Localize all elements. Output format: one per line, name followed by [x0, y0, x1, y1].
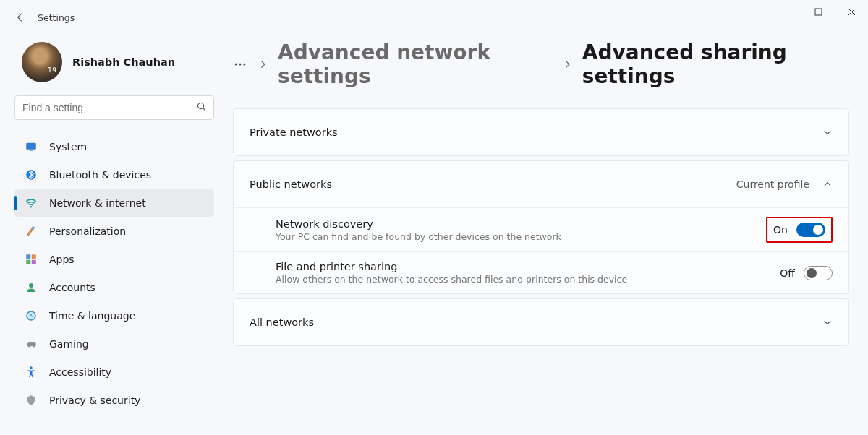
wifi-icon	[25, 197, 38, 210]
breadcrumb-overflow[interactable]	[233, 57, 247, 72]
person-icon	[25, 281, 38, 294]
expander-all-networks[interactable]: All networks	[234, 299, 848, 345]
titlebar: Settings	[0, 0, 868, 35]
sidebar-item-privacy[interactable]: Privacy & security	[14, 387, 214, 414]
sidebar-item-network[interactable]: Network & internet	[14, 189, 214, 217]
breadcrumb-level-1[interactable]: Advanced network settings	[278, 40, 552, 88]
shield-icon	[25, 394, 38, 407]
svg-rect-5	[30, 150, 33, 151]
sidebar-item-label: Network & internet	[49, 197, 146, 209]
sidebar-item-system[interactable]: System	[14, 133, 214, 160]
svg-point-18	[243, 64, 245, 66]
sidebar-item-label: Apps	[49, 254, 75, 265]
clock-icon	[25, 309, 38, 322]
expander-public-networks[interactable]: Public networks Current profile	[234, 161, 848, 207]
sidebar-item-label: Accessibility	[49, 366, 111, 378]
apps-icon	[25, 253, 38, 266]
window-controls	[768, 0, 868, 23]
chevron-up-icon	[822, 179, 833, 189]
gamepad-icon	[25, 337, 38, 350]
back-button[interactable]	[6, 3, 35, 32]
svg-point-7	[30, 206, 32, 207]
highlight-annotation: On	[766, 217, 833, 243]
current-profile-badge: Current profile	[736, 178, 809, 190]
sidebar-item-label: Time & language	[49, 310, 135, 322]
svg-rect-4	[26, 143, 36, 150]
chevron-right-icon	[258, 59, 268, 69]
avatar	[22, 42, 62, 82]
setting-desc: Allow others on the network to access sh…	[276, 274, 765, 285]
svg-point-15	[30, 366, 32, 369]
section-title: Public networks	[250, 178, 332, 190]
setting-title: Network discovery	[276, 218, 752, 230]
sidebar-item-label: Bluetooth & devices	[49, 169, 151, 181]
svg-rect-11	[26, 260, 30, 264]
breadcrumb: Advanced network settings Advanced shari…	[233, 40, 849, 88]
page-title: Advanced sharing settings	[582, 40, 849, 88]
svg-rect-12	[32, 260, 36, 264]
setting-desc: Your PC can find and be found by other d…	[276, 231, 752, 242]
bluetooth-icon	[25, 168, 38, 181]
toggle-state-label: Off	[780, 267, 795, 279]
svg-rect-1	[815, 9, 822, 15]
svg-point-17	[239, 64, 242, 66]
toggle-state-label: On	[773, 224, 788, 236]
chevron-down-icon	[822, 317, 833, 327]
svg-point-16	[235, 64, 237, 66]
svg-rect-9	[26, 254, 30, 259]
sidebar-item-accounts[interactable]: Accounts	[14, 274, 214, 301]
file-printer-sharing-toggle[interactable]	[804, 266, 833, 280]
search-icon	[196, 101, 207, 114]
svg-rect-10	[32, 254, 36, 259]
sidebar-item-accessibility[interactable]: Accessibility	[14, 358, 214, 386]
section-public-networks: Public networks Current profile Network …	[233, 160, 849, 294]
maximize-button[interactable]	[801, 0, 835, 23]
sidebar-item-bluetooth[interactable]: Bluetooth & devices	[14, 161, 214, 189]
accessibility-icon	[25, 366, 38, 379]
user-name: Rishabh Chauhan	[72, 56, 175, 68]
sidebar-item-label: Accounts	[49, 282, 95, 293]
setting-file-printer-sharing: File and printer sharing Allow others on…	[234, 251, 848, 293]
chevron-right-icon	[562, 59, 572, 69]
setting-title: File and printer sharing	[276, 261, 765, 272]
sidebar-item-personalization[interactable]: Personalization	[14, 218, 214, 245]
sidebar-item-label: Gaming	[49, 338, 89, 350]
network-discovery-toggle[interactable]	[796, 223, 825, 237]
sidebar-item-label: Personalization	[49, 225, 126, 237]
account-header[interactable]: Rishabh Chauhan	[14, 35, 218, 95]
nav-list: System Bluetooth & devices Network & int…	[14, 133, 218, 414]
sidebar-item-label: System	[49, 141, 87, 152]
section-title: All networks	[250, 316, 314, 328]
close-button[interactable]	[835, 0, 868, 23]
section-private-networks: Private networks	[233, 108, 849, 156]
minimize-button[interactable]	[768, 0, 801, 23]
svg-point-13	[29, 283, 33, 288]
paintbrush-icon	[25, 225, 38, 238]
window-title: Settings	[38, 12, 75, 23]
chevron-down-icon	[822, 127, 833, 137]
search-input[interactable]	[14, 95, 214, 120]
search-container	[14, 95, 214, 120]
sidebar: Rishabh Chauhan System Bluetooth & devic…	[0, 35, 224, 435]
sidebar-item-apps[interactable]: Apps	[14, 246, 214, 273]
setting-network-discovery: Network discovery Your PC can find and b…	[234, 207, 848, 251]
system-icon	[25, 140, 38, 153]
sidebar-item-label: Privacy & security	[49, 395, 140, 406]
svg-point-2	[198, 103, 204, 109]
section-all-networks: All networks	[233, 298, 849, 346]
sidebar-item-time[interactable]: Time & language	[14, 302, 214, 330]
expander-private-networks[interactable]: Private networks	[234, 109, 848, 155]
section-title: Private networks	[250, 126, 338, 138]
content-area: Advanced network settings Advanced shari…	[224, 35, 868, 435]
sidebar-item-gaming[interactable]: Gaming	[14, 330, 214, 358]
svg-line-3	[203, 108, 205, 111]
